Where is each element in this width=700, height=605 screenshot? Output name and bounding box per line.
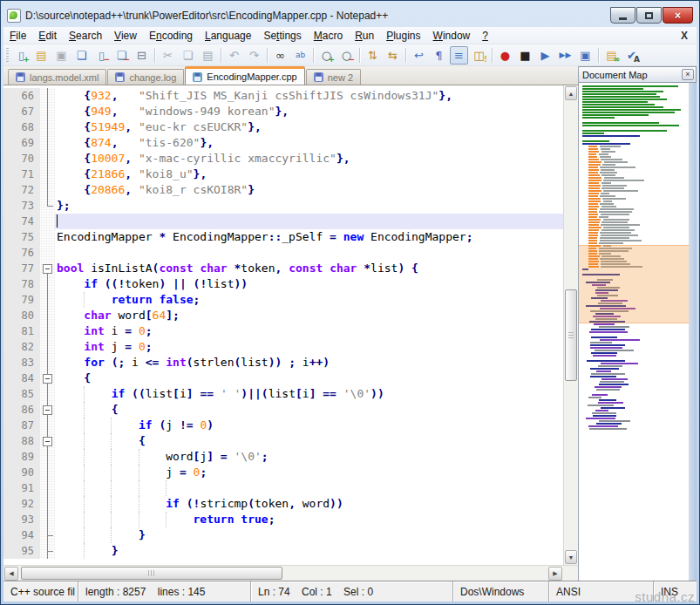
spell-check-button[interactable]: ✔A bbox=[622, 46, 641, 65]
menu-item-help[interactable]: ? bbox=[476, 28, 494, 44]
tab-label: change.log bbox=[129, 72, 176, 83]
print-button[interactable]: ⊟ bbox=[133, 46, 151, 65]
code-line[interactable]: if (!stricmp(token, word)) bbox=[55, 496, 563, 512]
menu-item-run[interactable]: Run bbox=[349, 28, 380, 44]
menu-item-edit[interactable]: Edit bbox=[32, 28, 63, 44]
code-line[interactable]: {949, "windows-949 korean"}, bbox=[55, 104, 563, 119]
menu-item-encoding[interactable]: Encoding bbox=[143, 28, 199, 44]
code-line[interactable] bbox=[55, 480, 563, 496]
code-line[interactable]: if ((list[i] == ' ')||(list[i] == '\0')) bbox=[55, 386, 563, 402]
fold-collapse-box[interactable] bbox=[43, 264, 52, 274]
code-line[interactable]: { bbox=[55, 370, 563, 386]
code-line[interactable]: j = 0; bbox=[55, 465, 563, 480]
fold-collapse-box[interactable] bbox=[43, 405, 52, 415]
tab-encodingmapper.cpp[interactable]: EncodingMapper.cpp bbox=[185, 66, 304, 85]
code-line[interactable]: }; bbox=[55, 198, 563, 214]
new-file-button[interactable]: ▯+ bbox=[12, 46, 31, 65]
code-line[interactable]: } bbox=[55, 527, 563, 543]
code-line[interactable]: if (j != 0) bbox=[55, 418, 563, 433]
scroll-right-arrow[interactable]: ▶ bbox=[548, 567, 562, 581]
macro-record-button[interactable]: ● bbox=[496, 46, 514, 65]
tab-change.log[interactable]: change.log bbox=[107, 69, 184, 85]
title-bar[interactable]: D:\source\notepad++\trunk\PowerEditor\sr… bbox=[3, 3, 697, 27]
code-line[interactable] bbox=[55, 245, 563, 261]
macro-stop-button[interactable]: ■ bbox=[516, 46, 534, 65]
fold-mark bbox=[47, 386, 48, 402]
minimize-button[interactable] bbox=[610, 7, 635, 24]
menu-item-language[interactable]: Language bbox=[199, 28, 257, 44]
copy-icon: ❏ bbox=[183, 50, 194, 61]
menu-item-window[interactable]: Window bbox=[427, 28, 477, 44]
indent-guide bbox=[139, 512, 139, 527]
macro-save-button[interactable]: ▣ bbox=[576, 46, 595, 65]
show-all-characters-button[interactable]: ¶ bbox=[430, 46, 448, 65]
save-all-button[interactable]: ❏ bbox=[72, 46, 91, 65]
scroll-down-arrow[interactable]: ▼ bbox=[565, 550, 577, 564]
code-line[interactable]: { bbox=[55, 402, 563, 418]
open-containing-folder-button[interactable]: ▤∞ bbox=[602, 46, 621, 65]
user-defined-dialog-button[interactable]: ◫! bbox=[470, 46, 488, 65]
line-number: 68 bbox=[3, 119, 40, 135]
code-line[interactable]: return true; bbox=[55, 512, 563, 527]
document-map-close-button[interactable]: × bbox=[682, 69, 694, 80]
macro-play-button[interactable]: ▶ bbox=[536, 46, 554, 65]
menu-item-settings[interactable]: Settings bbox=[257, 28, 307, 44]
code-line[interactable]: bool isInListA(const char *token, const … bbox=[55, 261, 563, 276]
zoom-in-button[interactable]: ○+ bbox=[317, 46, 336, 65]
code-line[interactable]: } bbox=[55, 543, 563, 559]
code-line[interactable]: {51949, "euc-kr csEUCKR"}, bbox=[55, 119, 563, 135]
code-line[interactable] bbox=[55, 214, 563, 229]
find-button[interactable]: ∞ bbox=[271, 46, 289, 65]
scroll-left-arrow[interactable]: ◀ bbox=[4, 567, 18, 581]
macro-run-multiple-button[interactable]: ▶▶ bbox=[556, 46, 574, 65]
indent-guide bbox=[84, 418, 85, 433]
tab-new-2[interactable]: new 2 bbox=[306, 69, 361, 85]
fold-margin-cell bbox=[40, 370, 55, 386]
menu-item-file[interactable]: File bbox=[3, 28, 32, 44]
code-line[interactable]: EncodingMapper * EncodingMapper::_pSelf … bbox=[55, 229, 563, 245]
undo-icon: ↶ bbox=[229, 50, 239, 61]
replace-button[interactable]: ab bbox=[291, 46, 309, 65]
restore-button[interactable] bbox=[636, 7, 662, 24]
menu-item-macro[interactable]: Macro bbox=[308, 28, 349, 44]
close-all-button[interactable]: ❏− bbox=[112, 46, 131, 65]
close-file-button[interactable]: ▯− bbox=[92, 46, 111, 65]
tab-langs.model.xml[interactable]: langs.model.xml bbox=[8, 69, 106, 85]
zoom-out-button[interactable]: ○− bbox=[337, 46, 356, 65]
menubar-close-document-x[interactable]: X bbox=[672, 30, 697, 42]
code-line[interactable]: {21866, "koi8_u"}, bbox=[55, 167, 563, 182]
code-line[interactable]: if ((!token) || (!list)) bbox=[55, 276, 563, 292]
menu-item-search[interactable]: Search bbox=[63, 28, 108, 44]
sync-horizontal-scrolling-button[interactable]: ⇆ bbox=[384, 46, 402, 65]
vertical-scroll-thumb[interactable] bbox=[565, 289, 577, 381]
menu-item-view[interactable]: View bbox=[108, 28, 143, 44]
fold-collapse-box[interactable] bbox=[43, 437, 52, 446]
code-line[interactable]: int i = 0; bbox=[55, 323, 563, 339]
code-line[interactable]: return false; bbox=[55, 292, 563, 308]
code-line[interactable]: { bbox=[55, 433, 563, 449]
show-indent-guide-icon: ≡ bbox=[454, 50, 464, 61]
code-line[interactable]: {20866, "koi8_r csKOI8R"} bbox=[55, 182, 563, 198]
document-map-viewport[interactable] bbox=[579, 245, 689, 323]
editor-line: 74 bbox=[3, 214, 563, 229]
code-editor[interactable]: 66 {932, "Shift_JIS MS_Kanji csShiftJIS … bbox=[3, 85, 563, 565]
open-file-button[interactable]: ▤ bbox=[32, 46, 51, 65]
menu-item-plugins[interactable]: Plugins bbox=[380, 28, 426, 44]
document-map-content[interactable] bbox=[579, 83, 689, 581]
horizontal-scroll-thumb[interactable] bbox=[21, 567, 282, 580]
code-line[interactable]: char word[64]; bbox=[55, 308, 563, 323]
code-line[interactable]: for (; i <= int(strlen(list)) ; i++) bbox=[55, 355, 563, 370]
code-line[interactable]: word[j] = '\0'; bbox=[55, 449, 563, 465]
code-line[interactable]: {932, "Shift_JIS MS_Kanji csShiftJIS csW… bbox=[55, 88, 563, 104]
code-line[interactable]: {874, "tis-620"}, bbox=[55, 135, 563, 151]
fold-collapse-box[interactable] bbox=[43, 374, 52, 384]
word-wrap-button[interactable]: ↩ bbox=[410, 46, 428, 65]
indent-guide bbox=[84, 496, 85, 512]
code-line[interactable]: int j = 0; bbox=[55, 339, 563, 355]
fold-margin-cell bbox=[40, 527, 55, 543]
code-line[interactable]: {10007, "x-mac-cyrillic xmaccyrillic"}, bbox=[55, 151, 563, 167]
show-indent-guide-button[interactable]: ≡ bbox=[450, 46, 468, 65]
scroll-up-arrow[interactable]: ▲ bbox=[565, 86, 577, 100]
sync-vertical-scrolling-button[interactable]: ⇅ bbox=[364, 46, 382, 65]
close-button[interactable]: × bbox=[663, 7, 693, 24]
